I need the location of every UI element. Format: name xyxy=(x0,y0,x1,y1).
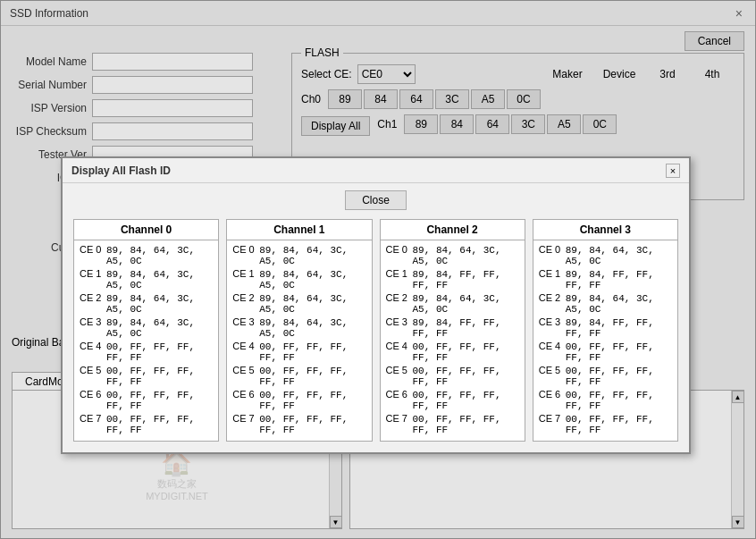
channel-3-row-0: CE 089, 84, 64, 3C, A5, 0C xyxy=(539,244,672,266)
ce-label-3-6: CE 6 xyxy=(539,389,566,400)
ce-value-2-7: 00, FF, FF, FF, FF, FF xyxy=(413,414,519,435)
ce-value-0-3: 89, 84, 64, 3C, A5, 0C xyxy=(106,317,213,339)
ce-label-1-2: CE 2 xyxy=(232,292,259,303)
ce-value-1-6: 00, FF, FF, FF, FF, FF xyxy=(259,390,365,411)
ce-value-1-0: 89, 84, 64, 3C, A5, 0C xyxy=(259,245,365,266)
ce-value-3-6: 00, FF, FF, FF, FF, FF xyxy=(566,390,672,411)
ce-value-3-0: 89, 84, 64, 3C, A5, 0C xyxy=(566,245,672,266)
channel-2-row-4: CE 400, FF, FF, FF, FF, FF xyxy=(386,341,519,363)
channel-3-row-2: CE 289, 84, 64, 3C, A5, 0C xyxy=(539,292,672,315)
channel-3-row-1: CE 189, 84, FF, FF, FF, FF xyxy=(539,268,672,291)
ce-label-0-2: CE 2 xyxy=(80,292,106,303)
ce-value-3-3: 89, 84, FF, FF, FF, FF xyxy=(566,317,672,339)
ce-label-1-5: CE 5 xyxy=(232,365,259,375)
channel-1-row-5: CE 500, FF, FF, FF, FF, FF xyxy=(232,365,365,387)
channel-2-row-2: CE 289, 84, 64, 3C, A5, 0C xyxy=(386,292,519,315)
ce-value-1-7: 00, FF, FF, FF, FF, FF xyxy=(259,414,365,435)
ce-label-0-4: CE 4 xyxy=(80,341,106,351)
channel-3-header: Channel 3 xyxy=(533,220,677,240)
channel-3-row-4: CE 400, FF, FF, FF, FF, FF xyxy=(539,341,672,363)
channels-grid: Channel 0CE 089, 84, 64, 3C, A5, 0CCE 18… xyxy=(73,219,678,442)
ce-label-2-2: CE 2 xyxy=(386,292,413,303)
channel-2-row-5: CE 500, FF, FF, FF, FF, FF xyxy=(386,365,519,387)
ce-value-0-4: 00, FF, FF, FF, FF, FF xyxy=(106,341,213,363)
channel-1-col: Channel 1CE 089, 84, 64, 3C, A5, 0CCE 18… xyxy=(226,219,372,442)
ce-value-2-1: 89, 84, FF, FF, FF, FF xyxy=(413,269,519,291)
ce-value-2-0: 89, 84, 64, 3C, A5, 0C xyxy=(413,245,519,266)
channel-2-rows: CE 089, 84, 64, 3C, A5, 0CCE 189, 84, FF… xyxy=(381,240,525,441)
ce-value-1-3: 89, 84, 64, 3C, A5, 0C xyxy=(259,317,365,339)
ce-label-1-3: CE 3 xyxy=(232,316,259,327)
ce-value-3-7: 00, FF, FF, FF, FF, FF xyxy=(566,414,672,435)
ce-value-3-4: 00, FF, FF, FF, FF, FF xyxy=(566,341,672,363)
ce-value-0-1: 89, 84, 64, 3C, A5, 0C xyxy=(106,269,213,291)
ce-label-1-0: CE 0 xyxy=(232,244,259,255)
channel-0-row-1: CE 189, 84, 64, 3C, A5, 0C xyxy=(80,268,213,291)
ce-value-1-4: 00, FF, FF, FF, FF, FF xyxy=(259,341,365,363)
channel-2-row-3: CE 389, 84, FF, FF, FF, FF xyxy=(386,316,519,339)
channel-3-row-5: CE 500, FF, FF, FF, FF, FF xyxy=(539,365,672,387)
channel-0-col: Channel 0CE 089, 84, 64, 3C, A5, 0CCE 18… xyxy=(73,219,219,442)
channel-2-row-7: CE 700, FF, FF, FF, FF, FF xyxy=(386,413,519,435)
dialog-title: Display All Flash ID xyxy=(71,164,171,177)
ce-value-1-2: 89, 84, 64, 3C, A5, 0C xyxy=(259,293,365,315)
ce-value-1-1: 89, 84, 64, 3C, A5, 0C xyxy=(259,269,365,291)
channel-1-row-1: CE 189, 84, 64, 3C, A5, 0C xyxy=(232,268,365,291)
channel-2-header: Channel 2 xyxy=(381,220,525,240)
ce-label-3-4: CE 4 xyxy=(539,341,566,351)
ce-value-3-5: 00, FF, FF, FF, FF, FF xyxy=(566,366,672,387)
dialog-title-bar: Display All Flash ID × xyxy=(63,158,689,183)
ce-label-3-0: CE 0 xyxy=(539,244,566,255)
channel-3-row-3: CE 389, 84, FF, FF, FF, FF xyxy=(539,316,672,339)
ce-label-2-7: CE 7 xyxy=(386,413,413,424)
ce-label-0-5: CE 5 xyxy=(80,365,106,375)
dialog-close-center: Close xyxy=(73,190,678,210)
ce-value-0-6: 00, FF, FF, FF, FF, FF xyxy=(106,390,213,411)
channel-1-rows: CE 089, 84, 64, 3C, A5, 0CCE 189, 84, 64… xyxy=(227,240,371,441)
channel-0-row-0: CE 089, 84, 64, 3C, A5, 0C xyxy=(80,244,213,266)
ce-label-2-5: CE 5 xyxy=(386,365,413,375)
ce-label-0-3: CE 3 xyxy=(80,316,106,327)
channel-0-row-6: CE 600, FF, FF, FF, FF, FF xyxy=(80,389,213,411)
ce-label-3-7: CE 7 xyxy=(539,413,566,424)
channel-0-rows: CE 089, 84, 64, 3C, A5, 0CCE 189, 84, 64… xyxy=(74,240,218,441)
ce-label-3-1: CE 1 xyxy=(539,268,566,279)
ce-label-1-6: CE 6 xyxy=(232,389,259,400)
channel-1-row-2: CE 289, 84, 64, 3C, A5, 0C xyxy=(232,292,365,315)
ce-label-3-3: CE 3 xyxy=(539,316,566,327)
ce-label-2-6: CE 6 xyxy=(386,389,413,400)
ce-value-3-1: 89, 84, FF, FF, FF, FF xyxy=(566,269,672,291)
ce-label-1-4: CE 4 xyxy=(232,341,259,351)
channel-0-header: Channel 0 xyxy=(74,220,218,240)
close-dialog-button[interactable]: Close xyxy=(345,190,407,210)
ce-value-0-5: 00, FF, FF, FF, FF, FF xyxy=(106,366,213,387)
channel-3-row-6: CE 600, FF, FF, FF, FF, FF xyxy=(539,389,672,411)
ce-value-0-7: 00, FF, FF, FF, FF, FF xyxy=(106,414,213,435)
channel-3-col: Channel 3CE 089, 84, 64, 3C, A5, 0CCE 18… xyxy=(533,219,678,442)
dialog-close-button[interactable]: × xyxy=(666,164,680,178)
ce-label-3-5: CE 5 xyxy=(539,365,566,375)
channel-0-row-5: CE 500, FF, FF, FF, FF, FF xyxy=(80,365,213,387)
channel-2-col: Channel 2CE 089, 84, 64, 3C, A5, 0CCE 18… xyxy=(380,219,525,442)
ce-label-2-0: CE 0 xyxy=(386,244,413,255)
channel-1-row-0: CE 089, 84, 64, 3C, A5, 0C xyxy=(232,244,365,266)
ce-value-2-4: 00, FF, FF, FF, FF, FF xyxy=(413,341,519,363)
ce-label-0-0: CE 0 xyxy=(80,244,106,255)
channel-1-header: Channel 1 xyxy=(227,220,371,240)
ce-value-1-5: 00, FF, FF, FF, FF, FF xyxy=(259,366,365,387)
ce-label-0-6: CE 6 xyxy=(80,389,106,400)
ce-label-2-1: CE 1 xyxy=(386,268,413,279)
channel-0-row-7: CE 700, FF, FF, FF, FF, FF xyxy=(80,413,213,435)
ce-value-2-5: 00, FF, FF, FF, FF, FF xyxy=(413,366,519,387)
ce-value-2-2: 89, 84, 64, 3C, A5, 0C xyxy=(413,293,519,315)
ce-label-0-1: CE 1 xyxy=(80,268,106,279)
channel-1-row-7: CE 700, FF, FF, FF, FF, FF xyxy=(232,413,365,435)
ce-label-0-7: CE 7 xyxy=(80,413,106,424)
channel-3-row-7: CE 700, FF, FF, FF, FF, FF xyxy=(539,413,672,435)
channel-2-row-1: CE 189, 84, FF, FF, FF, FF xyxy=(386,268,519,291)
ce-label-2-3: CE 3 xyxy=(386,316,413,327)
channel-3-rows: CE 089, 84, 64, 3C, A5, 0CCE 189, 84, FF… xyxy=(533,240,677,441)
display-all-flash-id-dialog: Display All Flash ID × Close Channel 0CE… xyxy=(61,156,691,454)
channel-0-row-2: CE 289, 84, 64, 3C, A5, 0C xyxy=(80,292,213,315)
channel-1-row-6: CE 600, FF, FF, FF, FF, FF xyxy=(232,389,365,411)
